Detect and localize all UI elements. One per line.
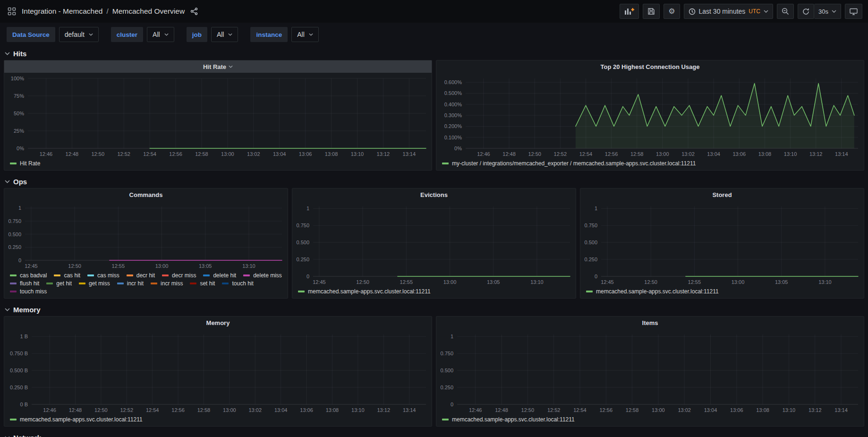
cycle-view-mode-button[interactable] bbox=[845, 4, 862, 19]
panel-title-text: Evictions bbox=[420, 191, 448, 198]
items-chart[interactable]: 12:4612:4812:5012:5212:5412:5612:5813:00… bbox=[436, 329, 864, 416]
svg-text:0.500: 0.500 bbox=[8, 231, 21, 237]
legend-item[interactable]: memcached.sample-apps.svc.cluster.local:… bbox=[10, 416, 143, 423]
variable-value-dropdown[interactable]: All bbox=[147, 27, 174, 42]
legend-label: cas miss bbox=[97, 272, 119, 279]
svg-text:12:45: 12:45 bbox=[601, 279, 614, 285]
row-memory[interactable]: Memory bbox=[5, 304, 864, 315]
hit-rate-chart[interactable]: 12:4612:4812:5012:5212:5412:5612:5813:00… bbox=[4, 73, 432, 160]
legend-item[interactable]: incr miss bbox=[151, 280, 183, 287]
chevron-down-icon bbox=[89, 33, 93, 36]
svg-text:13:10: 13:10 bbox=[351, 151, 364, 157]
svg-text:1: 1 bbox=[595, 206, 597, 211]
commands-chart[interactable]: 12:4512:5012:5513:0013:0513:1000.2500.50… bbox=[4, 201, 288, 272]
add-panel-button[interactable] bbox=[620, 4, 639, 19]
legend-item[interactable]: incr hit bbox=[117, 280, 144, 287]
stored-chart[interactable]: 12:4512:5012:5513:0013:0513:1000.2500.50… bbox=[580, 201, 864, 288]
evictions-chart[interactable]: 12:4512:5012:5513:0013:0513:1000.2500.50… bbox=[292, 201, 576, 288]
svg-text:0.500: 0.500 bbox=[584, 240, 597, 245]
legend-item[interactable]: memcached.sample-apps.svc.cluster.local:… bbox=[586, 288, 719, 295]
panel-title-items[interactable]: Items bbox=[436, 317, 864, 329]
svg-text:12:50: 12:50 bbox=[528, 151, 541, 157]
svg-text:0: 0 bbox=[306, 274, 309, 279]
time-range-picker[interactable]: Last 30 minutes UTC bbox=[684, 4, 774, 19]
row-ops[interactable]: Ops bbox=[5, 176, 864, 187]
panel-memory: Memory 12:4612:4812:5012:5212:5412:5612:… bbox=[4, 316, 432, 427]
legend-item[interactable]: cas miss bbox=[87, 272, 119, 279]
panel-title-commands[interactable]: Commands bbox=[4, 189, 288, 201]
breadcrumb-parent[interactable]: Integration - Memcached bbox=[22, 7, 102, 16]
variable-value: default bbox=[65, 31, 85, 38]
share-alt-icon[interactable] bbox=[189, 7, 199, 16]
memory-chart[interactable]: 12:4612:4812:5012:5212:5412:5612:5813:00… bbox=[4, 329, 432, 416]
panel-title-stored[interactable]: Stored bbox=[580, 189, 864, 201]
panel-title-memory[interactable]: Memory bbox=[4, 317, 432, 329]
legend-item[interactable]: cas badval bbox=[10, 272, 47, 279]
svg-text:0%: 0% bbox=[17, 146, 24, 151]
svg-text:12:46: 12:46 bbox=[43, 407, 56, 413]
legend-item[interactable]: Hit Rate bbox=[10, 160, 40, 167]
chevron-down-icon bbox=[5, 52, 10, 55]
variable-value-dropdown[interactable]: All bbox=[211, 27, 238, 42]
variable-value-dropdown[interactable]: All bbox=[291, 27, 319, 42]
svg-text:13:12: 13:12 bbox=[809, 151, 823, 157]
svg-text:0.200%: 0.200% bbox=[444, 123, 462, 129]
svg-text:13:08: 13:08 bbox=[758, 151, 772, 157]
legend-item[interactable]: memcached.sample-apps.svc.cluster.local:… bbox=[442, 416, 575, 423]
legend-swatch bbox=[203, 274, 210, 276]
refresh-interval-dropdown[interactable]: 30s bbox=[814, 4, 841, 19]
svg-text:12:55: 12:55 bbox=[112, 263, 125, 269]
legend-label: memcached.sample-apps.svc.cluster.local:… bbox=[308, 288, 431, 295]
breadcrumb-current[interactable]: Memcached Overview bbox=[112, 7, 185, 16]
connection-usage-chart[interactable]: 12:4612:4812:5012:5212:5412:5612:5813:00… bbox=[436, 73, 864, 160]
variables-bar: Data Source default cluster All job All … bbox=[0, 23, 868, 46]
svg-text:13:06: 13:06 bbox=[732, 151, 746, 157]
legend-item[interactable]: delete miss bbox=[243, 272, 282, 279]
zoom-out-time-button[interactable] bbox=[777, 4, 794, 19]
legend-item[interactable]: set hit bbox=[190, 280, 215, 287]
svg-text:0.750: 0.750 bbox=[440, 351, 453, 356]
row-hits[interactable]: Hits bbox=[5, 48, 864, 59]
legend-item[interactable]: flush hit bbox=[10, 280, 39, 287]
legend-item[interactable]: cas hit bbox=[54, 272, 80, 279]
svg-text:12:55: 12:55 bbox=[400, 279, 413, 285]
variable-value-dropdown[interactable]: default bbox=[59, 27, 99, 42]
svg-text:12:58: 12:58 bbox=[630, 151, 644, 157]
chevron-down-icon bbox=[5, 308, 10, 311]
legend-item[interactable]: get miss bbox=[79, 280, 110, 287]
commands-legend: cas badvalcas hitcas missdecr hitdecr mi… bbox=[4, 272, 288, 298]
refresh-interval-value: 30s bbox=[818, 8, 828, 15]
legend-swatch bbox=[54, 274, 60, 276]
save-dashboard-button[interactable] bbox=[643, 4, 660, 19]
svg-text:13:10: 13:10 bbox=[530, 279, 544, 285]
row-network[interactable]: Network bbox=[5, 432, 864, 437]
legend-item[interactable]: touch hit bbox=[222, 280, 253, 287]
panel-title-hit-rate[interactable]: Hit Rate bbox=[4, 60, 432, 73]
dashboard-settings-button[interactable]: ⚙ bbox=[664, 4, 680, 19]
legend-item[interactable]: delete hit bbox=[203, 272, 236, 279]
add-panel-icon bbox=[624, 8, 634, 15]
svg-text:12:46: 12:46 bbox=[40, 151, 53, 157]
panel-title-evictions[interactable]: Evictions bbox=[292, 189, 576, 201]
legend-item[interactable]: get hit bbox=[46, 280, 72, 287]
svg-text:12:48: 12:48 bbox=[502, 151, 516, 157]
legend-item[interactable]: memcached.sample-apps.svc.cluster.local:… bbox=[298, 288, 431, 295]
legend-label: delete miss bbox=[253, 272, 282, 279]
legend-item[interactable]: my-cluster / integrations/memcached_expo… bbox=[442, 160, 696, 167]
panel-title-text: Top 20 Highest Connection Usage bbox=[601, 63, 700, 70]
apps-grid-icon[interactable] bbox=[7, 6, 17, 17]
svg-text:13:10: 13:10 bbox=[351, 407, 365, 413]
svg-text:50%: 50% bbox=[14, 111, 24, 116]
legend-item[interactable]: decr hit bbox=[127, 272, 155, 279]
legend-item[interactable]: touch miss bbox=[10, 288, 47, 295]
svg-text:12:56: 12:56 bbox=[169, 151, 182, 157]
svg-text:13:10: 13:10 bbox=[818, 279, 832, 285]
breadcrumb-separator: / bbox=[106, 7, 108, 16]
legend-swatch bbox=[10, 283, 17, 284]
svg-text:13:00: 13:00 bbox=[656, 151, 669, 157]
refresh-button[interactable] bbox=[798, 4, 814, 19]
legend-item[interactable]: decr miss bbox=[162, 272, 196, 279]
svg-text:0: 0 bbox=[451, 402, 453, 407]
variable-label: job bbox=[187, 27, 207, 42]
panel-title-connection-usage[interactable]: Top 20 Highest Connection Usage bbox=[436, 60, 864, 73]
